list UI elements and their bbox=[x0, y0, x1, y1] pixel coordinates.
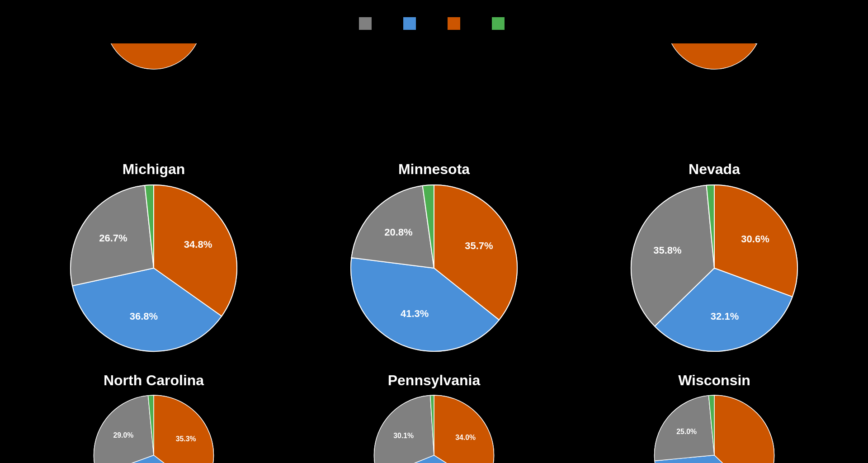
legend-swatch-didnt bbox=[359, 17, 372, 30]
pie-wrapper: 32.6% bbox=[68, 43, 240, 143]
chart-cell-7: Pennsylvania34.0%30.1% bbox=[298, 372, 570, 463]
svg-text:35.3%: 35.3% bbox=[176, 435, 196, 443]
svg-text:25.0%: 25.0% bbox=[676, 428, 697, 436]
legend-item-dem bbox=[403, 17, 420, 30]
chart-cell-6: North Carolina35.3%29.0% bbox=[18, 372, 289, 463]
legend-swatch-other bbox=[492, 17, 505, 30]
pie-chart: 30.6%32.1%35.8% bbox=[628, 182, 800, 354]
pie-wrapper: 35.7%41.3%20.8% bbox=[348, 182, 520, 354]
chart-cell-4: Minnesota35.7%41.3%20.8% bbox=[298, 161, 570, 354]
chart-title: Pennsylvania bbox=[388, 372, 481, 389]
pie-chart: 25.0% bbox=[628, 393, 800, 463]
svg-text:41.3%: 41.3% bbox=[401, 308, 429, 319]
pie-wrapper: 25.0% bbox=[628, 393, 800, 463]
svg-text:32.1%: 32.1% bbox=[711, 311, 739, 322]
pie-chart: 35.3%29.0% bbox=[68, 393, 240, 463]
legend bbox=[18, 17, 850, 30]
pie-chart: 32.6% bbox=[68, 43, 240, 71]
legend-swatch-rep bbox=[448, 17, 460, 30]
legend-swatch-dem bbox=[403, 17, 416, 30]
svg-text:34.8%: 34.8% bbox=[184, 239, 212, 250]
chart-cell-0: 32.6% bbox=[18, 43, 289, 143]
page-container: 32.6%33.0%Michigan34.8%36.8%26.7%Minneso… bbox=[0, 0, 868, 463]
svg-text:29.0%: 29.0% bbox=[113, 432, 133, 439]
pie-wrapper: 34.8%36.8%26.7% bbox=[68, 182, 240, 354]
svg-text:36.8%: 36.8% bbox=[130, 311, 158, 322]
svg-text:26.7%: 26.7% bbox=[99, 233, 127, 244]
legend-item-rep bbox=[448, 17, 465, 30]
legend-item-didnt bbox=[359, 17, 376, 30]
svg-text:35.8%: 35.8% bbox=[653, 245, 681, 256]
chart-title: Wisconsin bbox=[678, 372, 750, 389]
chart-cell-5: Nevada30.6%32.1%35.8% bbox=[579, 161, 850, 354]
pie-chart: 33.0% bbox=[628, 43, 800, 71]
chart-cell-8: Wisconsin25.0% bbox=[579, 372, 850, 463]
pie-chart: 34.8%36.8%26.7% bbox=[68, 182, 240, 354]
chart-cell-2: 33.0% bbox=[579, 43, 850, 143]
charts-grid: 32.6%33.0%Michigan34.8%36.8%26.7%Minneso… bbox=[18, 43, 850, 463]
chart-title: Minnesota bbox=[398, 161, 470, 178]
svg-text:30.6%: 30.6% bbox=[741, 233, 769, 245]
svg-text:30.1%: 30.1% bbox=[393, 432, 414, 439]
pie-chart: 35.7%41.3%20.8% bbox=[348, 182, 520, 354]
chart-cell-3: Michigan34.8%36.8%26.7% bbox=[18, 161, 289, 354]
svg-text:34.0%: 34.0% bbox=[455, 434, 476, 441]
chart-title: North Carolina bbox=[104, 372, 204, 389]
pie-wrapper: 35.3%29.0% bbox=[68, 393, 240, 463]
svg-text:20.8%: 20.8% bbox=[384, 227, 412, 238]
pie-wrapper: 34.0%30.1% bbox=[348, 393, 520, 463]
svg-text:35.7%: 35.7% bbox=[465, 240, 493, 251]
chart-title: Nevada bbox=[689, 161, 740, 178]
pie-chart: 34.0%30.1% bbox=[348, 393, 520, 463]
legend-item-other bbox=[492, 17, 509, 30]
chart-title: Michigan bbox=[123, 161, 185, 178]
pie-wrapper: 30.6%32.1%35.8% bbox=[628, 182, 800, 354]
pie-wrapper: 33.0% bbox=[628, 43, 800, 143]
chart-cell-1 bbox=[298, 43, 570, 143]
